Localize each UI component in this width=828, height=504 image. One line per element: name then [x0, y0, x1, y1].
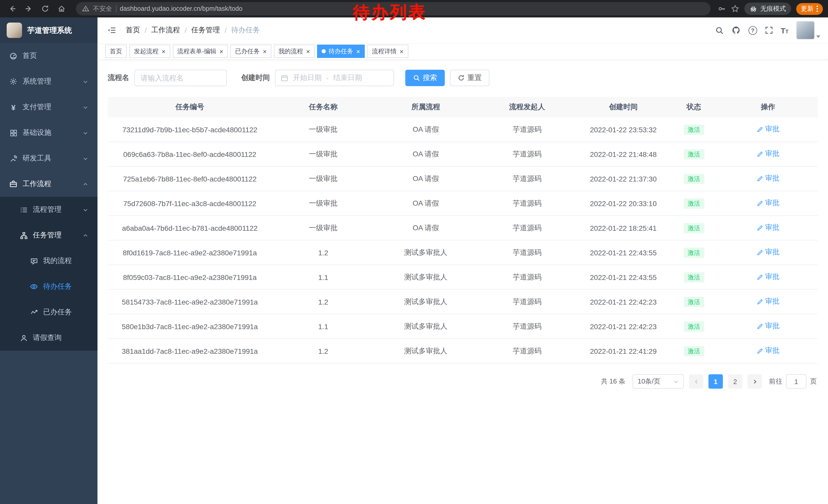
process-cell: OA 请假	[374, 174, 477, 183]
edit-icon	[756, 249, 763, 256]
reload-icon[interactable]	[38, 2, 52, 16]
search-button[interactable]: 搜索	[405, 70, 445, 86]
incognito-badge[interactable]: 无痕模式	[744, 3, 791, 15]
breadcrumb-home[interactable]: 首页	[126, 26, 140, 35]
tab-close-icon[interactable]: ×	[219, 48, 223, 55]
tab-label: 我的流程	[279, 47, 303, 56]
created-cell: 2022-01-22 21:37:30	[577, 175, 669, 183]
approve-link[interactable]: 审批	[756, 174, 780, 183]
view-tab[interactable]: 已办任务 ×	[230, 45, 271, 58]
sidebar-item-leave-query[interactable]: 请假查询	[0, 325, 97, 351]
tab-close-icon[interactable]: ×	[162, 48, 165, 55]
fullscreen-icon[interactable]	[764, 26, 773, 34]
view-tab[interactable]: 我的流程 ×	[274, 45, 315, 58]
edit-icon	[756, 200, 763, 207]
edit-icon	[756, 126, 763, 133]
approve-link[interactable]: 审批	[756, 346, 780, 356]
sidebar-item-my-processes[interactable]: 我的流程	[0, 248, 97, 274]
sidebar-item-label: 基础设施	[23, 128, 51, 137]
view-tab[interactable]: 流程详情 ×	[367, 45, 408, 58]
date-range-picker[interactable]: 开始日期 - 结束日期	[275, 70, 394, 86]
forward-icon[interactable]	[22, 2, 36, 16]
tab-close-icon[interactable]: ×	[400, 48, 404, 55]
incognito-icon	[749, 5, 757, 12]
breadcrumb: 首页 / 工作流程 / 任务管理 / 待办任务	[126, 26, 260, 35]
created-cell: 2022-01-21 22:43:55	[577, 273, 669, 281]
tab-close-icon[interactable]: ×	[356, 48, 360, 55]
approve-link[interactable]: 审批	[756, 322, 780, 331]
table-row: 381aa1dd-7ac8-11ec-a9e2-a2380e71991a 1.2…	[108, 339, 818, 364]
sidebar-item-label: 待办任务	[43, 282, 72, 291]
approve-link[interactable]: 审批	[756, 149, 780, 159]
sidebar-item-workflow[interactable]: 工作流程	[0, 171, 97, 197]
help-icon[interactable]: ?	[748, 26, 757, 35]
sidebar-item-todo-tasks[interactable]: 待办任务	[0, 274, 97, 300]
status-badge: 激活	[684, 174, 704, 184]
approve-link[interactable]: 审批	[756, 199, 780, 208]
process-cell: 测试多审批人	[374, 322, 477, 331]
sidebar-item-task-management[interactable]: 任务管理	[0, 223, 97, 248]
sidebar-item-dev-tools[interactable]: 研发工具	[0, 146, 97, 171]
sidebar-fold-icon[interactable]	[105, 24, 119, 36]
browser-update-button[interactable]: 更新	[796, 3, 823, 15]
status-cell: 激活	[669, 272, 718, 282]
process-cell: OA 请假	[374, 199, 477, 208]
home-icon[interactable]	[54, 2, 69, 16]
next-page-button[interactable]	[747, 374, 762, 388]
font-size-icon[interactable]: TT	[781, 26, 788, 35]
sidebar-item-system[interactable]: 系统管理	[0, 69, 97, 94]
action-cell: 审批	[718, 346, 818, 356]
goto-label: 前往	[769, 377, 782, 386]
action-cell: 审批	[718, 297, 818, 307]
sidebar-item-payment[interactable]: ¥ 支付管理	[0, 94, 97, 120]
bookmark-star-icon[interactable]	[731, 5, 739, 13]
sidebar-item-label: 工作流程	[23, 179, 51, 189]
back-icon[interactable]	[5, 2, 19, 16]
yen-icon: ¥	[9, 103, 17, 111]
status-badge: 激活	[684, 124, 704, 135]
reset-button[interactable]: 重置	[450, 70, 489, 86]
status-cell: 激活	[669, 124, 718, 135]
view-tab[interactable]: 流程表单-编辑 ×	[173, 45, 228, 58]
browser-toolbar: 不安全 dashboard.yudao.iocoder.cn/bpm/task/…	[0, 0, 828, 17]
sidebar-item-infrastructure[interactable]: 基础设施	[0, 120, 97, 146]
approve-link[interactable]: 审批	[756, 297, 780, 306]
table-row: 069c6a63-7b8a-11ec-8ef0-acde48001122 一级审…	[108, 142, 818, 167]
initiator-cell: 芋道源码	[477, 248, 577, 257]
page-button-1[interactable]: 1	[708, 374, 723, 388]
key-icon[interactable]	[718, 5, 726, 13]
status-cell: 激活	[669, 174, 718, 184]
page-size-select[interactable]: 10条/页	[632, 374, 684, 388]
action-cell: 审批	[718, 322, 818, 331]
task-name-cell: 1.2	[272, 347, 374, 355]
breadcrumb-task-management[interactable]: 任务管理	[191, 26, 220, 35]
sidebar-item-process-management[interactable]: 流程管理	[0, 197, 97, 223]
prev-page-button[interactable]	[689, 374, 703, 388]
process-name-input[interactable]	[134, 70, 227, 86]
tab-close-icon[interactable]: ×	[306, 48, 310, 55]
sidebar-item-done-tasks[interactable]: 已办任务	[0, 300, 97, 325]
address-bar[interactable]: 不安全 dashboard.yudao.iocoder.cn/bpm/task/…	[76, 2, 710, 15]
goto-page-input[interactable]	[786, 374, 806, 388]
view-tab[interactable]: 待办任务 ×	[317, 45, 365, 58]
approve-link[interactable]: 审批	[756, 248, 780, 257]
start-date-placeholder: 开始日期	[293, 73, 322, 83]
task-name-cell: 1.2	[272, 248, 374, 257]
table-row: a6aba0a4-7b6d-11ec-b781-acde48001122 一级审…	[108, 216, 818, 240]
user-avatar-menu[interactable]	[796, 21, 820, 40]
approve-link[interactable]: 审批	[756, 273, 780, 282]
tab-close-icon[interactable]: ×	[263, 48, 266, 55]
approve-link[interactable]: 审批	[756, 125, 780, 134]
breadcrumb-workflow[interactable]: 工作流程	[151, 26, 180, 35]
view-tab[interactable]: 首页	[105, 45, 127, 58]
action-cell: 审批	[718, 223, 818, 233]
sidebar-item-home[interactable]: 首页	[0, 43, 97, 69]
search-icon[interactable]	[715, 26, 723, 35]
process-cell: 测试多审批人	[374, 273, 477, 282]
task-name-cell: 一级审批	[272, 223, 374, 232]
chevron-down-icon	[83, 155, 88, 161]
approve-link[interactable]: 审批	[756, 223, 780, 232]
github-icon[interactable]	[731, 26, 741, 35]
view-tab[interactable]: 发起流程 ×	[129, 45, 170, 58]
page-button-2[interactable]: 2	[728, 374, 742, 388]
